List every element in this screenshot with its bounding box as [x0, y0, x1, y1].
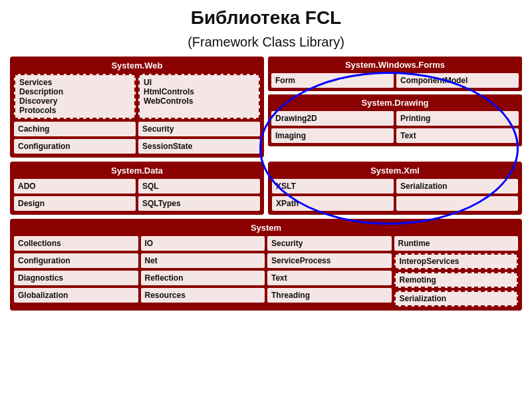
- item-serialization-xml: Serialization: [396, 179, 518, 194]
- system-data-section: System.Data ADO SQL Design SQLTypes: [10, 162, 264, 215]
- winforms-grid: Form ComponentModel: [271, 73, 519, 88]
- item-serviceprocess: ServiceProcess: [267, 253, 392, 268]
- item-caching: Caching: [14, 122, 136, 136]
- item-services-group: Services Description Discovery Protocols: [14, 74, 136, 119]
- system-data-title: System.Data: [14, 166, 260, 176]
- item-diagnostics: Diagnostics: [14, 271, 138, 285]
- item-remoting: Remoting: [394, 272, 519, 288]
- item-io: IO: [141, 236, 265, 251]
- main-grid: System.Web Services Description Discover…: [10, 57, 522, 215]
- item-security-sys: Security: [267, 236, 392, 251]
- item-runtime: Runtime: [394, 236, 519, 251]
- item-sql: SQL: [138, 179, 260, 194]
- item-configuration-web: Configuration: [14, 139, 136, 154]
- system-web-title: System.Web: [14, 61, 260, 70]
- system-web-section: System.Web Services Description Discover…: [10, 57, 264, 158]
- system-section: System Collections Configuration Diagnos…: [10, 219, 522, 311]
- item-imaging: Imaging: [271, 128, 394, 143]
- item-design: Design: [14, 196, 136, 211]
- item-ado: ADO: [14, 179, 136, 194]
- system-col4: Runtime InteropServices Remoting Seriali…: [394, 236, 519, 307]
- item-xml-empty: [396, 196, 518, 211]
- item-globalization: Globalization: [14, 288, 138, 303]
- system-title: System: [14, 223, 518, 233]
- system-grid: Collections Configuration Diagnostics Gl…: [14, 236, 518, 307]
- item-xpath: XPath: [272, 196, 394, 211]
- item-sessionstate: SessionState: [138, 139, 260, 154]
- item-form: Form: [271, 73, 394, 88]
- system-web-grid: Services Description Discovery Protocols…: [14, 74, 260, 154]
- system-xml-title: System.Xml: [272, 166, 518, 176]
- drawing-grid: Drawing2D Printing Imaging Text: [271, 111, 519, 143]
- item-text-drawing: Text: [396, 128, 519, 143]
- right-column: System.Windows.Forms Form ComponentModel…: [268, 57, 522, 158]
- item-resources: Resources: [141, 288, 265, 303]
- item-componentmodel: ComponentModel: [396, 73, 519, 88]
- item-collections: Collections: [14, 236, 138, 251]
- item-printing: Printing: [396, 111, 519, 126]
- item-protocols: Protocols: [19, 106, 56, 115]
- data-grid: ADO SQL Design SQLTypes: [14, 179, 260, 211]
- system-drawing-section: System.Drawing Drawing2D Printing Imagin…: [268, 94, 522, 146]
- system-col1: Collections Configuration Diagnostics Gl…: [14, 236, 138, 307]
- item-sqltypes: SQLTypes: [138, 196, 260, 211]
- item-discovery: Discovery: [19, 96, 57, 106]
- item-threading: Threading: [267, 288, 392, 303]
- item-reflection: Reflection: [141, 271, 265, 285]
- item-services: Services: [19, 78, 52, 87]
- item-drawing2d: Drawing2D: [271, 111, 394, 126]
- page-subtitle: (Framework Class Library): [10, 35, 522, 50]
- system-drawing-title: System.Drawing: [271, 98, 519, 108]
- item-interopservices: InteropServices: [394, 253, 519, 269]
- item-htmlcontrols: HtmlControls: [144, 87, 194, 96]
- system-col2: IO Net Reflection Resources: [141, 236, 265, 307]
- item-webcontrols: WebControls: [144, 96, 193, 106]
- page: Библиотека FCL (Framework Class Library)…: [0, 0, 532, 399]
- system-col3: Security ServiceProcess Text Threading: [267, 236, 392, 307]
- item-configuration-sys: Configuration: [14, 253, 138, 268]
- item-text-sys: Text: [267, 271, 392, 285]
- system-xml-section: System.Xml XSLT Serialization XPath: [268, 162, 522, 215]
- item-ui-group: UI HtmlControls WebControls: [138, 74, 260, 119]
- xml-grid: XSLT Serialization XPath: [272, 179, 518, 211]
- item-description: Description: [19, 87, 63, 96]
- page-title: Библиотека FCL: [10, 7, 522, 29]
- item-xslt: XSLT: [272, 179, 394, 194]
- item-serialization-sys: Serialization: [394, 291, 519, 307]
- item-ui: UI: [144, 78, 152, 87]
- system-windows-forms-section: System.Windows.Forms Form ComponentModel: [268, 57, 522, 91]
- item-security-web: Security: [138, 122, 260, 136]
- system-windows-forms-title: System.Windows.Forms: [271, 60, 519, 70]
- item-net: Net: [141, 253, 265, 268]
